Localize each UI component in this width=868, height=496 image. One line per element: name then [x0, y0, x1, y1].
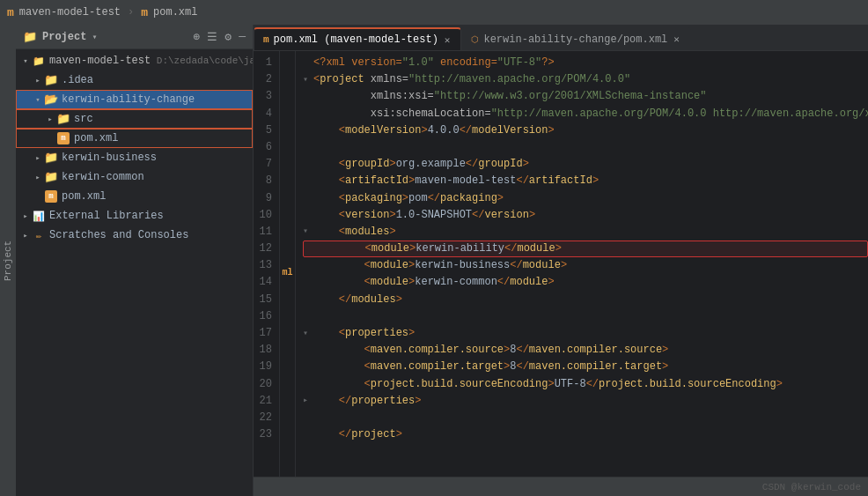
code-line-10: <version>1.0-SNAPSHOT</version> [303, 207, 868, 224]
tree-item-scratches[interactable]: ✏ Scratches and Consoles [16, 226, 253, 245]
ml-gutter: ml [280, 51, 296, 477]
tab-pom-main-close[interactable]: ✕ [443, 34, 452, 46]
editor-content: 1 2 3 4 5 6 7 8 9 10 11 12 13 14 15 16 1… [254, 51, 868, 477]
tree-item-pom-ability[interactable]: m pom.xml [16, 129, 253, 148]
code-line-8: <artifactId>maven-model-test</artifactId… [303, 173, 868, 189]
tab-pom-ability-close[interactable]: ✕ [672, 33, 681, 45]
src-folder-icon: 📁 [56, 112, 70, 126]
ext-arrow [19, 211, 32, 221]
title-project: maven-model-test [19, 6, 121, 19]
idea-folder-icon: 📁 [44, 73, 58, 87]
sidebar-project-label[interactable]: Project [0, 25, 16, 496]
business-folder-icon: 📁 [44, 151, 58, 165]
src-label: src [74, 113, 93, 125]
code-line-17: <properties> [303, 325, 868, 342]
settings-icon[interactable]: ⚙ [224, 30, 232, 44]
panel-dropdown-arrow[interactable]: ▾ [92, 32, 97, 42]
idea-arrow [32, 76, 44, 85]
tab-pom-ability[interactable]: ⬡ kerwin-ability-change/pom.xml ✕ [461, 27, 690, 50]
tab-pom-main[interactable]: m pom.xml (maven-model-test) ✕ [254, 27, 461, 50]
panel-header: 📁 Project ▾ ⊕ ☰ ⚙ — [16, 25, 253, 49]
code-line-4: xsi:schemaLocation="http://maven.apache.… [303, 106, 868, 122]
ext-icon: 📊 [32, 209, 46, 223]
code-line-5: <modelVersion>4.0.0</modelVersion> [303, 122, 868, 139]
common-label: kerwin-common [62, 171, 144, 183]
tree-item-idea[interactable]: 📁 .idea [16, 70, 253, 90]
code-line-23: </project> [303, 426, 868, 443]
project-tree: 📁 maven-model-test D:\zedada\code\java\m… [16, 49, 253, 496]
title-file: pom.xml [153, 6, 197, 19]
tab-pom-ability-label: kerwin-ability-change/pom.xml [483, 33, 667, 46]
root-label: maven-model-test [49, 55, 151, 67]
ext-label: External Libraries [49, 210, 164, 222]
code-line-2: <project xmlns="http://maven.apache.org/… [303, 71, 868, 88]
watermark: CSDN @kerwin_code [762, 482, 861, 492]
tree-item-kerwin-common[interactable]: 📁 kerwin-common [16, 167, 253, 187]
business-label: kerwin-business [62, 152, 157, 164]
panel-folder-icon: 📁 [23, 30, 37, 44]
code-line-18: <maven.compiler.source>8</maven.compiler… [303, 342, 868, 359]
code-line-12: <module>kerwin-ability</module> [303, 241, 868, 257]
pom-ability-icon: m [56, 131, 70, 145]
code-line-15: </modules> [303, 292, 868, 308]
code-editor[interactable]: <?xml version="1.0" encoding="UTF-8"?> <… [296, 51, 868, 477]
tab-pom-main-label: pom.xml (maven-model-test) [274, 33, 438, 46]
code-line-9: <packaging>pom</packaging> [303, 190, 868, 207]
title-file-maven-icon: m [141, 6, 148, 19]
project-panel: 📁 Project ▾ ⊕ ☰ ⚙ — 📁 maven-model-test D… [16, 25, 254, 496]
code-line-19: <maven.compiler.target>8</maven.compiler… [303, 359, 868, 375]
tree-item-root[interactable]: 📁 maven-model-test D:\zedada\code\java\m… [16, 51, 253, 70]
tree-item-kerwin-ability-change[interactable]: 📂 kerwin-ability-change [16, 90, 253, 109]
list-icon[interactable]: ☰ [207, 30, 217, 44]
title-bar: m maven-model-test › m pom.xml [0, 0, 868, 25]
code-line-3: xmlns:xsi="http://www.w3.org/2001/XMLSch… [303, 88, 868, 105]
tab-xml-icon: ⬡ [471, 34, 479, 45]
code-line-1: <?xml version="1.0" encoding="UTF-8"?> [303, 55, 868, 71]
line-numbers: 1 2 3 4 5 6 7 8 9 10 11 12 13 14 15 16 1… [254, 51, 280, 477]
root-folder-icon: 📁 [32, 54, 46, 68]
scratches-icon: ✏ [32, 228, 46, 242]
tree-item-kerwin-business[interactable]: 📁 kerwin-business [16, 148, 253, 167]
business-arrow [32, 153, 44, 163]
code-line-13: <module>kerwin-business</module> [303, 257, 868, 274]
code-line-14: <module>kerwin-common</module> [303, 274, 868, 291]
code-line-7: <groupId>org.example</groupId> [303, 156, 868, 173]
minimize-icon[interactable]: — [239, 30, 246, 44]
ability-arrow [32, 95, 44, 105]
title-maven-icon: m [7, 6, 14, 19]
src-arrow [44, 115, 56, 124]
code-line-21: </properties> [303, 393, 868, 410]
common-arrow [32, 173, 44, 182]
code-line-22 [303, 410, 868, 426]
scratches-label: Scratches and Consoles [49, 229, 188, 241]
scope-icon[interactable]: ⊕ [194, 30, 201, 44]
panel-title: Project [42, 31, 86, 43]
ability-label: kerwin-ability-change [62, 93, 195, 106]
editor-area: m pom.xml (maven-model-test) ✕ ⬡ kerwin-… [254, 25, 868, 496]
pom-root-icon: m [44, 189, 58, 204]
tree-item-src[interactable]: 📁 src [16, 109, 253, 129]
code-line-20: <project.build.sourceEncoding>UTF-8</pro… [303, 376, 868, 393]
panel-icons: ⊕ ☰ ⚙ — [194, 30, 246, 44]
common-folder-icon: 📁 [44, 170, 58, 184]
tree-item-pom-root[interactable]: m pom.xml [16, 187, 253, 206]
main-layout: Project 📁 Project ▾ ⊕ ☰ ⚙ — 📁 maven-mode… [0, 25, 868, 496]
code-line-6 [303, 139, 868, 156]
tree-item-ext-libs[interactable]: 📊 External Libraries [16, 206, 253, 226]
code-line-16 [303, 308, 868, 325]
pom-ability-label: pom.xml [74, 132, 118, 144]
ability-folder-icon: 📂 [44, 93, 58, 107]
root-arrow [19, 56, 32, 66]
tab-maven-icon: m [263, 34, 269, 45]
code-line-11: <modules> [303, 224, 868, 241]
idea-label: .idea [62, 74, 93, 86]
pom-root-label: pom.xml [62, 190, 106, 203]
scratches-arrow [19, 231, 32, 241]
root-path: D:\zedada\code\java\maven-model-test [151, 56, 253, 66]
bottom-bar: CSDN @kerwin_code [254, 477, 868, 496]
tab-bar: m pom.xml (maven-model-test) ✕ ⬡ kerwin-… [254, 25, 868, 51]
